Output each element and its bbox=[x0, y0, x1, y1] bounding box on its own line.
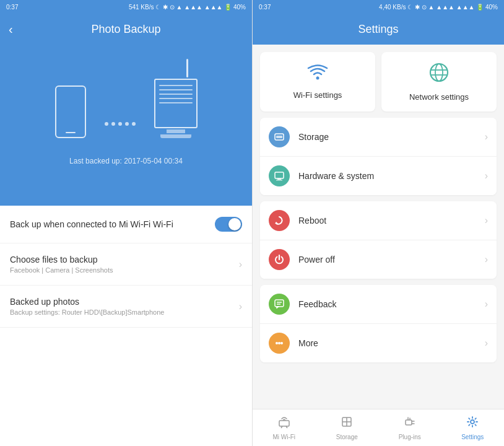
storage-item[interactable]: Storage › bbox=[260, 118, 497, 157]
storage-chevron: › bbox=[485, 131, 488, 142]
feedback-item[interactable]: Feedback › bbox=[260, 285, 497, 324]
plugin-nav-icon bbox=[403, 415, 417, 432]
feedback-icon bbox=[269, 294, 290, 315]
poweroff-chevron: › bbox=[485, 254, 488, 265]
storage-icon bbox=[269, 126, 290, 147]
more-label: More bbox=[298, 338, 485, 348]
more-item[interactable]: More › bbox=[260, 324, 497, 362]
nav-miwifi[interactable]: Mi Wi-Fi bbox=[253, 409, 316, 446]
feedback-label: Feedback bbox=[298, 299, 485, 309]
left-status-info: 541 KB/s ☾ ✱ ⊙ ▲ ▲▲▲ ▲▲▲ 🔋 40% bbox=[129, 4, 246, 11]
left-time: 0:37 bbox=[6, 4, 18, 11]
router-base2 bbox=[160, 134, 191, 138]
backed-up-photos-sublabel: Backup settings: Router HDD\[Backup]Smar… bbox=[10, 308, 164, 316]
nav-settings[interactable]: Settings bbox=[441, 409, 505, 446]
router-body bbox=[154, 79, 198, 128]
svg-rect-7 bbox=[275, 172, 284, 178]
reboot-chevron: › bbox=[485, 215, 488, 226]
svg-point-28 bbox=[471, 420, 474, 424]
svg-point-14 bbox=[276, 342, 278, 344]
svg-marker-10 bbox=[275, 222, 278, 224]
left-panel: 0:37 541 KB/s ☾ ✱ ⊙ ▲ ▲▲▲ ▲▲▲ 🔋 40% ‹ Ph… bbox=[0, 0, 252, 446]
hardware-icon bbox=[269, 165, 290, 186]
more-chevron: › bbox=[485, 338, 488, 349]
wifi-settings-card[interactable]: Wi-Fi settings bbox=[260, 52, 375, 112]
svg-point-1 bbox=[430, 64, 448, 81]
wifi-icon bbox=[306, 64, 329, 85]
right-panel: 0:37 4,40 KB/s ☾ ✱ ⊙ ▲ ▲▲▲ ▲▲▲ 🔋 40% Set… bbox=[252, 0, 504, 446]
storage-nav-icon bbox=[340, 415, 354, 432]
svg-rect-11 bbox=[275, 300, 284, 307]
left-header: ‹ Photo Backup bbox=[0, 14, 252, 45]
backup-wifi-toggle[interactable] bbox=[215, 217, 242, 232]
storage-hardware-section: Storage › Hardware & system › bbox=[260, 118, 497, 195]
router-base bbox=[167, 129, 185, 133]
router-icon bbox=[154, 79, 198, 138]
svg-rect-9 bbox=[276, 180, 282, 181]
router-nav-icon bbox=[277, 415, 291, 432]
reboot-power-section: Reboot › Power off › bbox=[260, 201, 497, 279]
svg-rect-23 bbox=[406, 420, 412, 425]
gear-nav-icon bbox=[466, 415, 479, 432]
nav-settings-label: Settings bbox=[461, 434, 484, 440]
nav-miwifi-label: Mi Wi-Fi bbox=[272, 434, 295, 440]
choose-files-chevron: › bbox=[239, 259, 242, 270]
right-title: Settings bbox=[358, 23, 398, 36]
reboot-item[interactable]: Reboot › bbox=[260, 201, 497, 240]
svg-rect-6 bbox=[276, 136, 282, 138]
backed-up-photos-label: Backed up photos bbox=[10, 297, 164, 307]
svg-rect-17 bbox=[279, 421, 289, 426]
phone-icon bbox=[55, 85, 86, 138]
nav-storage[interactable]: Storage bbox=[316, 409, 379, 446]
feedback-chevron: › bbox=[485, 299, 488, 310]
device-illustration bbox=[55, 79, 198, 138]
nav-storage-label: Storage bbox=[336, 434, 358, 440]
hardware-label: Hardware & system bbox=[298, 171, 485, 181]
left-settings: Back up when connected to Mi Wi-Fi Wi-Fi… bbox=[0, 206, 252, 446]
backup-wifi-label: Back up when connected to Mi Wi-Fi Wi-Fi bbox=[10, 219, 173, 229]
right-content: Wi-Fi settings Network settings bbox=[253, 45, 504, 409]
nav-plugins-label: Plug-ins bbox=[399, 434, 421, 440]
left-status-bar: 0:37 541 KB/s ☾ ✱ ⊙ ▲ ▲▲▲ ▲▲▲ 🔋 40% bbox=[0, 0, 252, 14]
backup-wifi-row[interactable]: Back up when connected to Mi Wi-Fi Wi-Fi bbox=[0, 206, 252, 243]
globe-icon bbox=[428, 62, 450, 87]
choose-files-sublabel: Facebook | Camera | Screenshots bbox=[10, 266, 113, 274]
choose-files-label: Choose files to backup bbox=[10, 255, 113, 265]
backup-time: Last backed up: 2017-05-04 00:34 bbox=[69, 157, 183, 165]
power-icon bbox=[269, 249, 290, 270]
nav-plugins[interactable]: Plug-ins bbox=[378, 409, 441, 446]
right-status-info: 4,40 KB/s ☾ ✱ ⊙ ▲ ▲▲▲ ▲▲▲ 🔋 40% bbox=[379, 4, 498, 11]
hardware-chevron: › bbox=[485, 170, 488, 181]
left-hero: Last backed up: 2017-05-04 00:34 bbox=[0, 45, 252, 206]
right-time: 0:37 bbox=[259, 4, 271, 11]
network-settings-card[interactable]: Network settings bbox=[381, 52, 497, 112]
svg-point-15 bbox=[278, 342, 280, 344]
svg-point-0 bbox=[316, 77, 319, 80]
poweroff-label: Power off bbox=[298, 255, 485, 265]
right-header: Settings bbox=[253, 14, 504, 45]
antenna bbox=[186, 59, 188, 77]
bottom-nav: Mi Wi-Fi Storage bbox=[253, 409, 504, 446]
wifi-settings-label: Wi-Fi settings bbox=[293, 90, 342, 100]
poweroff-item[interactable]: Power off › bbox=[260, 240, 497, 279]
back-button[interactable]: ‹ bbox=[9, 22, 13, 37]
left-title: Photo Backup bbox=[91, 23, 160, 36]
hardware-item[interactable]: Hardware & system › bbox=[260, 157, 497, 195]
backed-up-photos-row[interactable]: Backed up photos Backup settings: Router… bbox=[0, 286, 252, 328]
choose-files-row[interactable]: Choose files to backup Facebook | Camera… bbox=[0, 243, 252, 286]
svg-point-16 bbox=[280, 342, 283, 344]
right-status-bar: 0:37 4,40 KB/s ☾ ✱ ⊙ ▲ ▲▲▲ ▲▲▲ 🔋 40% bbox=[253, 0, 504, 14]
reboot-label: Reboot bbox=[298, 216, 485, 225]
transfer-dots bbox=[105, 122, 136, 126]
svg-point-2 bbox=[435, 64, 443, 81]
top-cards: Wi-Fi settings Network settings bbox=[260, 52, 497, 112]
more-icon bbox=[269, 333, 290, 354]
feedback-more-section: Feedback › More › bbox=[260, 285, 497, 362]
network-settings-label: Network settings bbox=[409, 92, 469, 102]
reboot-icon bbox=[269, 210, 290, 231]
svg-rect-8 bbox=[277, 178, 281, 180]
backed-up-chevron: › bbox=[239, 301, 242, 312]
storage-label: Storage bbox=[298, 132, 485, 142]
